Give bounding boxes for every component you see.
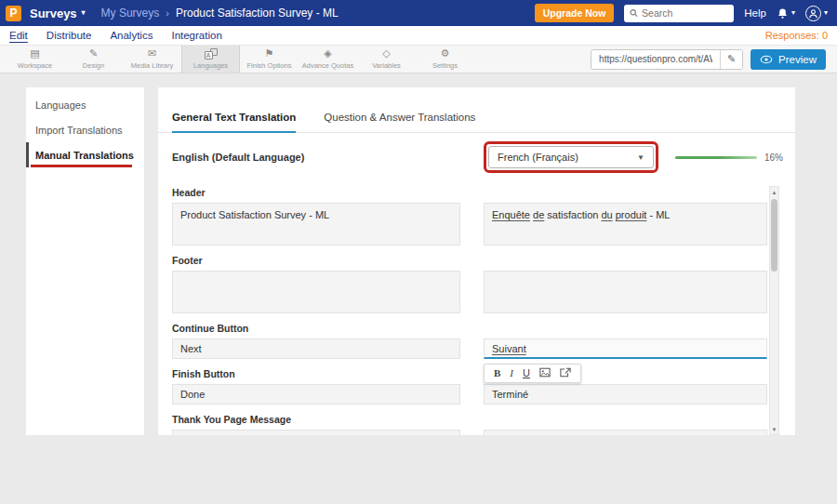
scroll-down-arrow[interactable]: ▼	[770, 424, 778, 434]
toolbar-item-label: Workspace	[18, 61, 52, 70]
toolbar-item-label: Languages	[193, 61, 228, 70]
design-icon: ✎	[89, 48, 98, 60]
toolbar-item-workspace[interactable]: ▤ Workspace	[6, 46, 64, 73]
field-label: Thank You Page Message	[172, 414, 795, 426]
insert-image-button[interactable]	[539, 367, 551, 379]
product-menu[interactable]: Surveys ▾	[30, 7, 86, 20]
toolbar-item-label: Variables	[372, 61, 401, 70]
translation-tabs: General Text Translation Question & Answ…	[158, 87, 795, 133]
search-icon	[630, 8, 638, 18]
app-window: P Surveys ▾ My Surveys › Product Satisfa…	[0, 0, 837, 504]
finish-options-icon: ⚑	[265, 48, 274, 60]
workspace-icon: ▤	[30, 48, 39, 60]
breadcrumb-separator: ›	[166, 7, 169, 19]
content-area: Languages Import Translations Manual Tra…	[0, 73, 837, 504]
image-icon	[539, 367, 551, 378]
help-link[interactable]: Help	[744, 7, 766, 19]
translations-sidebar: Languages Import Translations Manual Tra…	[26, 87, 144, 435]
upgrade-now-button[interactable]: Upgrade Now	[535, 4, 615, 22]
sidebar-item-label: Manual Translations	[35, 150, 134, 161]
underline-button[interactable]: U	[523, 368, 530, 378]
field-row-header: Header Product Satisfaction Survey - ML …	[172, 187, 795, 245]
breadcrumb: My Surveys › Product Satisfaction Survey…	[101, 7, 339, 20]
product-label: Surveys	[30, 7, 77, 20]
thank-you-target-textarea[interactable]	[484, 430, 767, 435]
bold-button[interactable]: B	[494, 368, 500, 378]
translation-fields: Header Product Satisfaction Survey - ML …	[158, 181, 795, 435]
settings-icon: ⚙	[441, 48, 450, 60]
notifications-menu[interactable]: ▾	[777, 7, 795, 20]
variables-icon: ◇	[382, 48, 390, 60]
eye-icon	[760, 55, 773, 64]
menu-edit[interactable]: Edit	[9, 30, 28, 41]
finish-source-input[interactable]: Done	[172, 384, 460, 405]
toolbar-item-advance-quotas[interactable]: ◈ Advance Quotas	[299, 46, 357, 73]
breadcrumb-my-surveys[interactable]: My Surveys	[101, 7, 160, 20]
field-row-footer: Footer	[172, 255, 795, 313]
bell-icon	[777, 7, 789, 20]
toolbar-item-label: Advance Quotas	[302, 61, 353, 70]
field-label: Header	[172, 187, 795, 199]
thank-you-source-textarea[interactable]	[172, 430, 460, 435]
survey-title: Product Satisfaction Survey - ML	[176, 7, 339, 20]
source-language-label: English (Default Language)	[172, 152, 484, 163]
continue-target-input[interactable]: Suivant	[484, 338, 767, 359]
translation-progress-label: 16%	[764, 153, 783, 163]
footer-source-textarea[interactable]	[172, 271, 460, 313]
translation-progress-bar	[675, 156, 757, 159]
account-menu[interactable]: ▾	[805, 6, 828, 21]
pencil-icon: ✎	[727, 53, 736, 65]
format-toolbar: B I U	[484, 364, 581, 383]
survey-toolbar: ▤ Workspace ✎ Design ✉ Media Library A L…	[0, 45, 837, 73]
survey-url-group: ✎	[591, 49, 743, 70]
target-language-select[interactable]: French (Français) ▼	[488, 146, 654, 168]
preview-button[interactable]: Preview	[751, 49, 826, 70]
toolbar-item-finish-options[interactable]: ⚑ Finish Options	[240, 46, 299, 73]
sidebar-item-import-translations[interactable]: Import Translations	[26, 117, 144, 142]
toolbar-item-label: Design	[83, 61, 104, 70]
open-link-button[interactable]	[560, 367, 571, 379]
survey-url-input[interactable]	[591, 54, 720, 64]
toolbar-item-languages[interactable]: A Languages	[181, 46, 240, 73]
avatar	[805, 6, 821, 21]
responses-count[interactable]: Responses: 0	[765, 30, 828, 41]
sidebar-item-manual-translations[interactable]: Manual Translations	[26, 142, 144, 167]
external-link-icon	[560, 367, 571, 378]
search-input[interactable]	[642, 7, 728, 19]
scrollbar-thumb[interactable]	[771, 199, 777, 272]
italic-button[interactable]: I	[510, 368, 513, 378]
header-target-textarea[interactable]: Enquête de satisfaction du produit - ML	[484, 203, 767, 245]
continue-source-input[interactable]: Next	[172, 338, 460, 359]
preview-label: Preview	[778, 54, 817, 65]
field-label: Continue Button	[172, 323, 795, 335]
manual-translations-panel: General Text Translation Question & Answ…	[158, 87, 795, 435]
advance-quotas-icon: ◈	[324, 48, 331, 60]
tab-general-text-translation[interactable]: General Text Translation	[172, 112, 296, 133]
menu-integration[interactable]: Integration	[171, 30, 221, 41]
menu-analytics[interactable]: Analytics	[110, 30, 153, 41]
user-icon	[808, 8, 818, 19]
toolbar-item-media-library[interactable]: ✉ Media Library	[123, 46, 181, 73]
topbar-right: Upgrade Now Help ▾ ▾	[535, 4, 828, 22]
finish-target-input[interactable]: Terminé	[484, 384, 767, 405]
scroll-up-arrow[interactable]: ▲	[770, 187, 778, 197]
questionpro-logo[interactable]: P	[6, 6, 21, 21]
vertical-scrollbar[interactable]: ▲ ▼	[769, 186, 779, 435]
toolbar-item-label: Settings	[432, 61, 458, 70]
menu-distribute[interactable]: Distribute	[46, 30, 92, 41]
menubar: Edit Distribute Analytics Integration Re…	[0, 26, 837, 45]
footer-target-textarea[interactable]	[484, 271, 767, 313]
field-row-thank-you: Thank You Page Message	[172, 414, 795, 435]
edit-url-button[interactable]: ✎	[720, 49, 742, 70]
toolbar-item-design[interactable]: ✎ Design	[64, 46, 123, 73]
chevron-down-icon: ▾	[82, 9, 86, 17]
annotation-box: French (Français) ▼	[484, 141, 658, 173]
toolbar-item-settings[interactable]: ⚙ Settings	[416, 46, 474, 73]
sidebar-item-languages[interactable]: Languages	[26, 92, 144, 117]
tab-question-answer-translations[interactable]: Question & Answer Translations	[324, 112, 475, 132]
chevron-down-icon: ▼	[637, 153, 644, 162]
search-box[interactable]	[624, 5, 734, 22]
target-language-value: French (Français)	[498, 152, 578, 163]
toolbar-item-variables[interactable]: ◇ Variables	[357, 46, 416, 73]
header-source-textarea[interactable]: Product Satisfaction Survey - ML	[172, 203, 460, 245]
